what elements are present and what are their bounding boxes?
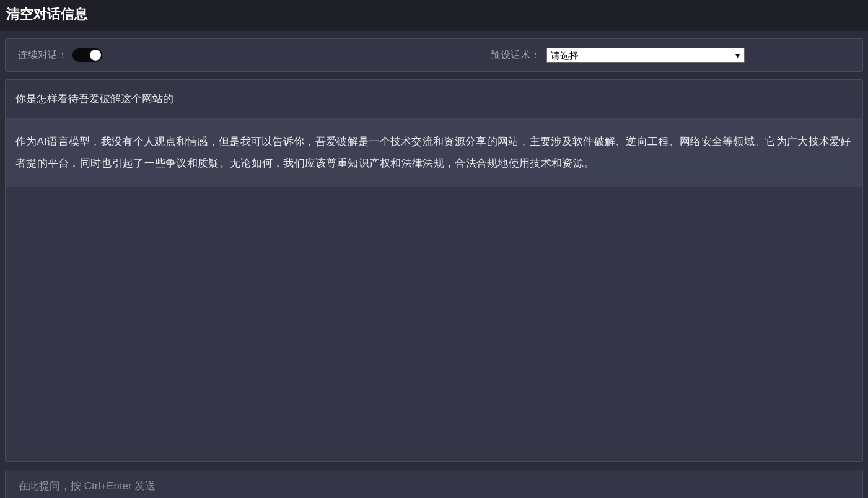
page-title[interactable]: 清空对话信息 xyxy=(6,5,862,24)
preset-label: 预设话术： xyxy=(491,49,540,62)
continuous-control: 连续对话： xyxy=(18,48,102,62)
continuous-toggle[interactable] xyxy=(72,48,102,62)
toggle-knob xyxy=(90,50,101,61)
preset-control: 预设话术： 请选择 xyxy=(491,48,745,63)
input-container xyxy=(5,470,863,498)
message-input[interactable] xyxy=(18,480,850,492)
user-message: 你是怎样看待吾爱破解这个网站的 xyxy=(6,80,862,118)
preset-select[interactable]: 请选择 xyxy=(546,48,745,63)
ai-message: 作为AI语言模型，我没有个人观点和情感，但是我可以告诉你，吾爱破解是一个技术交流… xyxy=(6,118,862,187)
continuous-label: 连续对话： xyxy=(18,49,68,62)
chat-container: 你是怎样看待吾爱破解这个网站的 作为AI语言模型，我没有个人观点和情感，但是我可… xyxy=(5,79,863,462)
header-bar: 清空对话信息 xyxy=(0,0,868,31)
preset-select-wrapper: 请选择 xyxy=(546,48,745,63)
controls-bar: 连续对话： 预设话术： 请选择 xyxy=(5,38,863,72)
